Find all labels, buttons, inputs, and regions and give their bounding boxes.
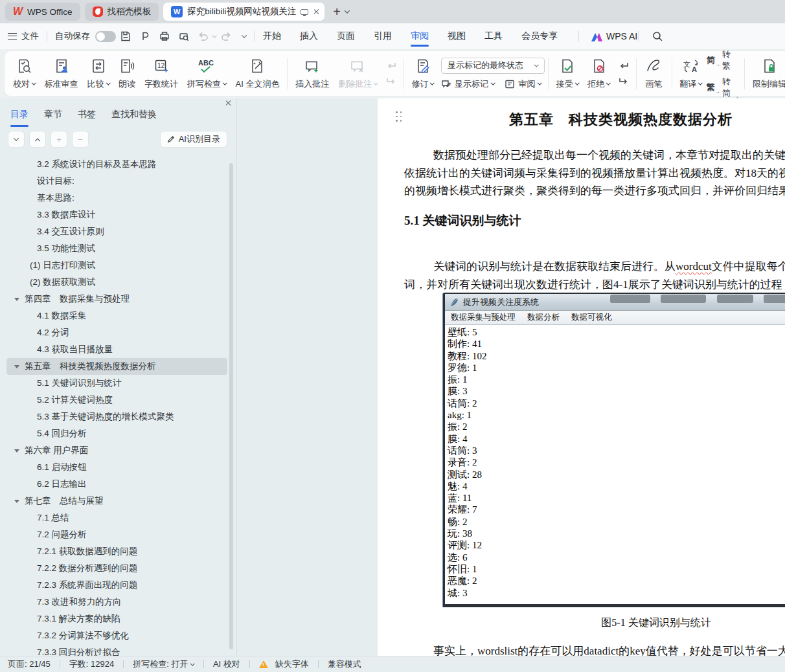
outline-item[interactable]: 7.3.2 分词算法不够优化 [6, 627, 227, 644]
sidebar-tab-0[interactable]: 目录 [10, 109, 28, 122]
outline-item[interactable]: 7.2.2 数据分析遇到的问题 [6, 560, 227, 577]
menu-tab-5[interactable]: 视图 [448, 23, 466, 49]
missing-font-indicator[interactable]: 缺失字体 [259, 658, 309, 670]
page-indicator[interactable]: 页面: 21/45 [8, 658, 51, 670]
menu-tab-0[interactable]: 开始 [263, 23, 281, 49]
tab-wps-office[interactable]: W WPS Office [5, 3, 80, 21]
outline-item[interactable]: 7.3.3 回归分析过拟合 [6, 644, 227, 656]
outline-item[interactable]: 4.2 分词 [6, 324, 227, 341]
spell-check-button[interactable]: ABC 拼写检查 [183, 54, 231, 94]
outline-item[interactable]: 6.1 启动按钮 [6, 459, 227, 476]
spell-check-indicator[interactable]: 拼写检查: 打开 [133, 658, 194, 670]
file-menu-button[interactable]: 文件 [21, 30, 39, 42]
more-commands-chevron-icon[interactable] [241, 32, 246, 38]
outline-item[interactable]: 7.3 改进和努力的方向 [6, 594, 227, 610]
outline-item[interactable]: 7.2.1 获取数据遇到的问题 [6, 543, 227, 560]
menu-tab-2[interactable]: 页面 [337, 23, 355, 49]
outline-item[interactable]: 7.1 总结 [6, 510, 227, 526]
menu-tab-7[interactable]: 会员专享 [521, 23, 558, 49]
app-menu-item-2[interactable]: 数据可视化 [571, 312, 612, 323]
outline-item[interactable]: 5.3 基于关键词热度的增长模式聚类 [6, 409, 227, 425]
tab-list-chevron-icon[interactable] [345, 8, 350, 13]
save-button[interactable] [117, 28, 134, 45]
outline-item[interactable]: 基本思路: [6, 190, 227, 207]
hamburger-icon[interactable] [8, 33, 17, 39]
collapse-caret-icon[interactable] [14, 449, 19, 453]
outline-item[interactable]: 设计目标: [6, 173, 227, 190]
outline-item[interactable]: 5.2 计算关键词热度 [6, 392, 227, 409]
undo-chevron-icon[interactable] [212, 33, 216, 37]
outline-item[interactable]: 5.4 回归分析 [6, 425, 227, 442]
tab-docer-templates[interactable]: 找稻壳模板 [85, 3, 159, 21]
menu-tab-3[interactable]: 引用 [374, 23, 392, 49]
previous-comment-icon[interactable] [385, 61, 398, 71]
tab-document-active[interactable]: W 探究bilibili视频网站视频关注 [163, 3, 324, 21]
app-menu-item-0[interactable]: 数据采集与预处理 [451, 312, 516, 323]
promote-button[interactable]: + [51, 131, 67, 148]
sidebar-scrollbar[interactable] [229, 163, 233, 649]
restrict-edit-button[interactable]: 限制编辑 [748, 54, 785, 94]
outline-item[interactable]: 第六章 用户界面 [6, 442, 227, 459]
read-aloud-button[interactable]: 朗读 [114, 54, 140, 94]
review-pane-button[interactable]: 审阅 [505, 78, 541, 90]
document-page[interactable]: 第五章 科技类视频热度数据分析 数据预处理部分已经提取出每一个视频的关键词，本章… [378, 98, 785, 656]
insert-comment-button[interactable]: 插入批注 [291, 54, 334, 94]
outline-item[interactable]: 3.4 交互设计原则 [6, 223, 227, 240]
autosave-toggle[interactable] [95, 31, 116, 42]
outline-item[interactable]: 第七章 总结与展望 [6, 493, 227, 510]
outline-item[interactable]: 5.1 关键词识别与统计 [6, 375, 227, 392]
outline-item[interactable]: 第四章 数据采集与预处理 [6, 291, 227, 308]
menu-tab-1[interactable]: 插入 [300, 23, 318, 49]
expand-all-button[interactable] [29, 131, 46, 148]
outline-item[interactable]: 3.5 功能性测试 [6, 240, 227, 257]
new-tab-button[interactable]: + [333, 5, 341, 19]
ai-proofread-indicator[interactable]: AI 校对 [213, 658, 240, 670]
to-traditional-button[interactable]: 简→ 转繁 [707, 49, 732, 72]
search-icon[interactable] [649, 28, 666, 45]
sidebar-tab-2[interactable]: 书签 [78, 109, 96, 122]
outline-item[interactable]: (2) 数据获取测试 [6, 274, 227, 291]
compare-button[interactable]: 比较 [83, 54, 115, 94]
print-button[interactable] [156, 28, 173, 45]
next-comment-icon[interactable] [385, 76, 398, 87]
word-count-indicator[interactable]: 字数: 12924 [69, 658, 114, 670]
print-preview-button[interactable] [176, 28, 192, 45]
outline-item[interactable]: 3.3 数据库设计 [6, 207, 227, 223]
standard-review-button[interactable]: 标准审查 [40, 54, 83, 94]
collapse-caret-icon[interactable] [14, 500, 19, 503]
sidebar-tab-3[interactable]: 查找和替换 [111, 109, 157, 122]
translate-button[interactable]: 文A 翻译 [675, 54, 707, 94]
next-change-icon[interactable] [617, 76, 630, 87]
demote-button[interactable]: − [72, 131, 89, 148]
markup-state-dropdown[interactable]: 显示标记的最终状态 [441, 58, 545, 74]
brush-button[interactable]: 画笔 [640, 54, 668, 94]
previous-change-icon[interactable] [617, 61, 630, 71]
word-count-button[interactable]: 12 字数统计 [140, 54, 183, 94]
reject-change-button[interactable]: 拒绝 [583, 54, 615, 94]
outline-item[interactable]: 4.1 数据采集 [6, 308, 227, 324]
accept-change-button[interactable]: 接受 [552, 54, 584, 94]
outline-item[interactable]: 7.3.1 解决方案的缺陷 [6, 610, 227, 627]
menu-tab-6[interactable]: 工具 [484, 23, 503, 49]
outline-item[interactable]: (1) 日志打印测试 [6, 257, 227, 274]
tab-preview-icon[interactable] [301, 9, 308, 15]
collapse-caret-icon[interactable] [14, 365, 19, 368]
track-changes-button[interactable]: 修订 [407, 54, 438, 94]
wps-ai-button[interactable]: WPS AI [591, 23, 637, 49]
ai-polish-button[interactable]: AI 全文润色 [231, 54, 284, 94]
compat-mode-indicator[interactable]: 兼容模式 [328, 658, 361, 670]
outline-item[interactable]: 6.2 日志输出 [6, 476, 227, 493]
sidebar-tab-1[interactable]: 章节 [44, 109, 62, 122]
redo-button[interactable] [218, 28, 234, 45]
outline-item[interactable]: 7.2.3 系统界面出现的问题 [6, 577, 227, 594]
menu-tab-4[interactable]: 审阅 [411, 23, 429, 49]
outline-item[interactable]: 4.3 获取当日播放量 [6, 341, 227, 358]
outline-item[interactable]: 第五章 科技类视频热度数据分析 [6, 358, 227, 375]
collapse-all-button[interactable] [8, 131, 25, 148]
show-markup-button[interactable]: 显示标记 [441, 78, 495, 90]
app-menu-item-1[interactable]: 数据分析 [527, 312, 560, 323]
undo-button[interactable] [195, 28, 212, 45]
paragraph-drag-handle-icon[interactable] [396, 111, 402, 122]
proofread-button[interactable]: 校对 [8, 54, 40, 94]
delete-comment-button[interactable]: 删除批注 [334, 54, 382, 94]
